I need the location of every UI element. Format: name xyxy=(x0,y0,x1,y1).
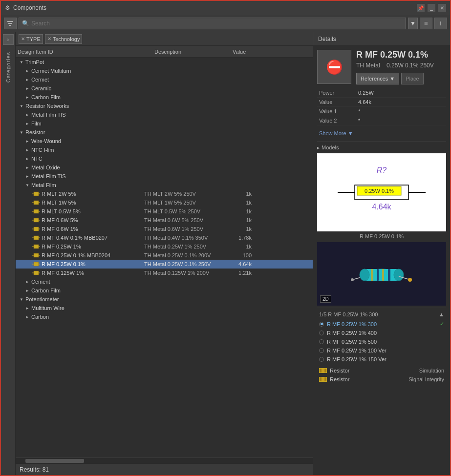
tree-group-film[interactable]: ► Film xyxy=(16,119,313,128)
sim-component-label: Resistor xyxy=(330,376,349,382)
ceramic-arrow: ► xyxy=(25,86,31,91)
svg-point-51 xyxy=(408,278,412,282)
svg-text:4.64k: 4.64k xyxy=(372,203,391,211)
list-item[interactable]: R MLT 0.5W 5% TH MLT 0.5W 5% 250V 1k xyxy=(16,207,313,216)
variants-expand-icon: ▲ xyxy=(439,311,444,317)
tree-group-multiturn-wire[interactable]: ► Multiturn Wire xyxy=(16,304,313,312)
resistor-networks-arrow: ▼ xyxy=(20,104,25,108)
tree-group-metal-film-tis-2[interactable]: ► Metal Film TIS xyxy=(16,172,313,181)
technology-filter-tag[interactable]: ✕ Technology xyxy=(45,34,83,44)
tree-group-cement[interactable]: ► Cement xyxy=(16,277,313,286)
property-row: Value 1* xyxy=(317,107,446,116)
wire-wound-arrow: ► xyxy=(25,139,31,144)
property-row: Power0.25W xyxy=(317,88,446,98)
menu-button[interactable]: ≡ xyxy=(420,18,432,29)
resistor-icon-1 xyxy=(32,191,40,196)
references-button[interactable]: References ▼ xyxy=(356,73,399,84)
tree-group-ceramic[interactable]: ► Ceramic xyxy=(16,84,313,93)
component-actions: References ▼ Place xyxy=(356,73,446,84)
search-icon: 🔍 xyxy=(22,20,29,27)
tree-group-potentiometer[interactable]: ▼ Potentiometer xyxy=(16,295,313,304)
tree-group-resistor-networks[interactable]: ▼ Resistor Networks xyxy=(16,102,313,110)
variant-radio[interactable] xyxy=(319,357,324,362)
svg-text:R?: R? xyxy=(377,166,387,174)
tree-group-metal-film[interactable]: ▼ Metal Film xyxy=(16,181,313,189)
list-item[interactable]: R MF 0.125W 1% TH Metal 0.125W 1% 200V 1… xyxy=(16,269,313,277)
tree-group-ntc[interactable]: ► NTC xyxy=(16,154,313,163)
list-item[interactable]: R MF 0.25W 0.1% MBB0204 TH Metal 0.25W 0… xyxy=(16,251,313,260)
tree-group-carbon-film-trimpot[interactable]: ► Carbon Film xyxy=(16,93,313,102)
component-name: R MF 0.25W 0.1% xyxy=(356,50,446,60)
column-headers: Design Item ID Description Value xyxy=(16,46,313,58)
list-item[interactable]: R MF 0.4W 0.1% MBB0207 TH Metal 0.4W 0.1… xyxy=(16,233,313,242)
tree-group-ntc-ilim[interactable]: ► NTC I-lim xyxy=(16,145,313,154)
variant-label: R MF 0.25W 1% 500 xyxy=(327,339,377,345)
component-subtitle: TH Metal 0.25W 0.1% 250V xyxy=(356,62,446,69)
minimize-button[interactable]: _ xyxy=(428,4,435,12)
pcb-3d-svg xyxy=(338,249,426,298)
list-item[interactable]: R MF 0.6W 1% TH Metal 0.6W 1% 250V 1k xyxy=(16,225,313,233)
scrollbar-thumb-horizontal[interactable] xyxy=(25,459,84,463)
categories-expand-button[interactable]: › xyxy=(3,34,14,45)
trimpot-arrow: ▼ xyxy=(20,60,25,64)
schematic-preview: R? 0.25W 0.1% 4.64k xyxy=(317,153,446,231)
property-key: Value 2 xyxy=(317,116,356,125)
show-more-button[interactable]: Show More ▼ xyxy=(317,129,446,137)
window-title: Components xyxy=(13,4,46,11)
svg-rect-25 xyxy=(34,253,39,257)
tree-group-cermet[interactable]: ► Cermet xyxy=(16,75,313,84)
svg-rect-22 xyxy=(34,245,39,248)
variant-item[interactable]: R MF 0.25W 1% 100 Ver xyxy=(317,346,446,355)
pcb-3d-preview: 2D xyxy=(317,242,446,306)
list-item[interactable]: R MF 0.6W 5% TH Metal 0.6W 5% 250V 1k xyxy=(16,216,313,225)
tree-group-cermet-multiturn[interactable]: ► Cermet Multiturn xyxy=(16,66,313,75)
metal-film-arrow: ▼ xyxy=(25,183,31,187)
variant-item[interactable]: R MF 0.25W 1% 300 ✓ xyxy=(317,319,446,329)
details-content: ⛔ R MF 0.25W 0.1% TH Metal 0.25W 0.1% 25… xyxy=(313,46,450,475)
tree-group-metal-film-tis-1[interactable]: ► Metal Film TIS xyxy=(16,110,313,119)
info-button[interactable]: i xyxy=(434,18,447,29)
variant-radio[interactable] xyxy=(319,339,324,344)
tree-group-wire-wound[interactable]: ► Wire-Wound xyxy=(16,137,313,145)
pin-button[interactable]: 📌 xyxy=(417,4,425,12)
tree-group-resistor[interactable]: ▼ Resistor xyxy=(16,128,313,137)
tree-group-trimpot[interactable]: ▼ TrimPot xyxy=(16,58,313,66)
property-row: Value 2* xyxy=(317,116,446,125)
sim-resistor-icon xyxy=(319,368,327,373)
tree-group-carbon[interactable]: ► Carbon xyxy=(16,312,313,321)
list-item[interactable]: R MLT 1W 5% TH MLT 1W 5% 250V 1k xyxy=(16,198,313,207)
variant-radio[interactable] xyxy=(319,331,324,335)
ntc-ilim-arrow: ► xyxy=(25,148,31,152)
variant-radio[interactable] xyxy=(319,348,324,353)
show-more-label: Show More xyxy=(319,130,346,136)
place-button[interactable]: Place xyxy=(401,73,424,84)
selected-component-item[interactable]: R MF 0.25W 0.1% TH Metal 0.25W 0.1% 250V… xyxy=(16,260,313,269)
search-input[interactable] xyxy=(31,20,403,27)
close-button[interactable]: ✕ xyxy=(438,4,446,12)
technology-filter-label: Technology xyxy=(53,36,80,42)
type-filter-tag[interactable]: ✕ TYPE xyxy=(19,34,43,44)
search-dropdown-button[interactable]: ▼ xyxy=(408,18,418,29)
variant-label: R MF 0.25W 1% 150 Ver xyxy=(327,356,387,362)
variant-radio[interactable] xyxy=(319,322,324,327)
col-header-id[interactable]: Design Item ID xyxy=(18,49,154,55)
tree-group-carbon-film-resistor[interactable]: ► Carbon Film xyxy=(16,286,313,295)
references-label: References xyxy=(361,76,388,82)
tree-group-metal-oxide[interactable]: ► Metal Oxide xyxy=(16,163,313,172)
property-value: * xyxy=(356,116,446,125)
col-header-description[interactable]: Description xyxy=(154,49,233,55)
technology-filter-close[interactable]: ✕ xyxy=(47,36,51,41)
list-item[interactable]: R MLT 2W 5% TH MLT 2W 5% 250V 1k xyxy=(16,189,313,198)
filter-button[interactable] xyxy=(4,18,17,29)
variant-item[interactable]: R MF 0.25W 1% 400 xyxy=(317,329,446,337)
potentiometer-arrow: ▼ xyxy=(20,297,25,302)
resistor-icon-2 xyxy=(32,200,40,205)
variant-item[interactable]: R MF 0.25W 1% 500 xyxy=(317,337,446,346)
type-filter-close[interactable]: ✕ xyxy=(21,36,25,41)
horizontal-scrollbar[interactable] xyxy=(16,457,313,463)
col-header-value[interactable]: Value xyxy=(233,49,311,55)
property-value: * xyxy=(356,107,446,116)
metal-film-tis-2-arrow: ► xyxy=(25,174,31,179)
list-item[interactable]: R MF 0.25W 1% TH Metal 0.25W 1% 250V 1k xyxy=(16,242,313,251)
variant-item[interactable]: R MF 0.25W 1% 150 Ver xyxy=(317,355,446,364)
